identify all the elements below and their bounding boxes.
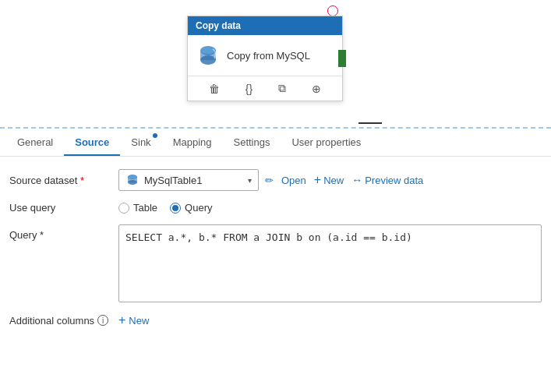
radio-table-circle bbox=[118, 203, 129, 214]
code-icon[interactable]: {} bbox=[242, 81, 256, 97]
preview-data-action[interactable]: ↔ Preview data bbox=[351, 174, 423, 186]
dataset-select-text: MySqlTable1 bbox=[144, 175, 243, 186]
activity-card-label: Copy from MySQL bbox=[227, 50, 310, 62]
query-row: Query * SELECT a.*, b.* FROM a JOIN b on… bbox=[9, 224, 542, 302]
radio-query-label: Query bbox=[185, 202, 212, 214]
activity-card-body: Copy from MySQL bbox=[188, 35, 342, 76]
tab-source[interactable]: Source bbox=[64, 129, 120, 156]
svg-point-7 bbox=[128, 175, 137, 179]
dataset-mysql-icon bbox=[125, 173, 140, 187]
new-action[interactable]: + New bbox=[314, 173, 344, 187]
dataset-select-wrapper: MySqlTable1 ▾ ✏ Open + New ↔ Preview dat… bbox=[118, 169, 542, 191]
copy-icon[interactable]: ⧉ bbox=[275, 80, 289, 97]
tab-user-properties[interactable]: User properties bbox=[281, 129, 372, 156]
radio-query-option[interactable]: Query bbox=[170, 202, 212, 214]
additional-columns-label: Additional columns i bbox=[9, 315, 111, 327]
query-required: * bbox=[40, 229, 44, 241]
source-dataset-row: Source dataset * MySqlTable1 ▾ ✏ Open bbox=[9, 169, 542, 191]
tab-mapping[interactable]: Mapping bbox=[162, 129, 223, 156]
edit-icon[interactable]: ✏ bbox=[265, 175, 274, 186]
radio-table-option[interactable]: Table bbox=[118, 202, 157, 214]
query-label: Query * bbox=[9, 224, 111, 241]
dataset-actions: ✏ Open + New ↔ Preview data bbox=[265, 173, 423, 187]
connector-circle-top bbox=[327, 5, 338, 16]
info-icon[interactable]: i bbox=[97, 315, 108, 326]
delete-icon[interactable]: 🗑 bbox=[206, 81, 223, 97]
additional-columns-row: Additional columns i + New bbox=[9, 313, 542, 327]
plus-icon: + bbox=[118, 313, 125, 327]
dataset-select[interactable]: MySqlTable1 ▾ bbox=[118, 169, 259, 191]
mysql-icon bbox=[196, 43, 221, 68]
tab-settings[interactable]: Settings bbox=[223, 129, 281, 156]
use-query-label: Use query bbox=[9, 202, 111, 214]
tab-general[interactable]: General bbox=[6, 129, 64, 156]
query-textarea[interactable]: SELECT a.*, b.* FROM a JOIN b on (a.id =… bbox=[118, 224, 542, 302]
radio-table-label: Table bbox=[133, 202, 157, 214]
chevron-down-icon: ▾ bbox=[248, 176, 252, 185]
form-section: Source dataset * MySqlTable1 ▾ ✏ Open bbox=[0, 157, 551, 340]
activity-card-footer: 🗑 {} ⧉ ⊕ bbox=[188, 76, 342, 101]
canvas-area: Copy data Copy from MySQL 🗑 {} ⧉ ⊕ bbox=[0, 0, 551, 129]
green-connector-bar bbox=[338, 50, 346, 67]
use-query-row: Use query Table Query bbox=[9, 202, 542, 214]
open-action[interactable]: Open bbox=[281, 175, 306, 186]
activity-card[interactable]: Copy data Copy from MySQL 🗑 {} ⧉ ⊕ bbox=[187, 16, 343, 101]
source-dataset-label: Source dataset * bbox=[9, 175, 111, 186]
sink-badge bbox=[153, 133, 157, 138]
additional-columns-new-button[interactable]: + New bbox=[118, 313, 149, 327]
svg-point-3 bbox=[200, 48, 216, 54]
radio-group: Table Query bbox=[118, 202, 212, 214]
activity-card-title: Copy data bbox=[196, 20, 241, 31]
activity-card-header: Copy data bbox=[188, 16, 342, 35]
source-dataset-required: * bbox=[80, 175, 84, 186]
separator-line bbox=[359, 122, 382, 124]
radio-query-circle bbox=[170, 203, 181, 214]
tabs-list: General Source Sink Mapping Settings Use… bbox=[6, 129, 545, 156]
svg-point-2 bbox=[200, 55, 216, 65]
tab-sink[interactable]: Sink bbox=[120, 129, 161, 156]
add-output-icon[interactable]: ⊕ bbox=[309, 81, 324, 97]
tabs-section: General Source Sink Mapping Settings Use… bbox=[0, 129, 551, 157]
svg-point-6 bbox=[128, 180, 137, 185]
